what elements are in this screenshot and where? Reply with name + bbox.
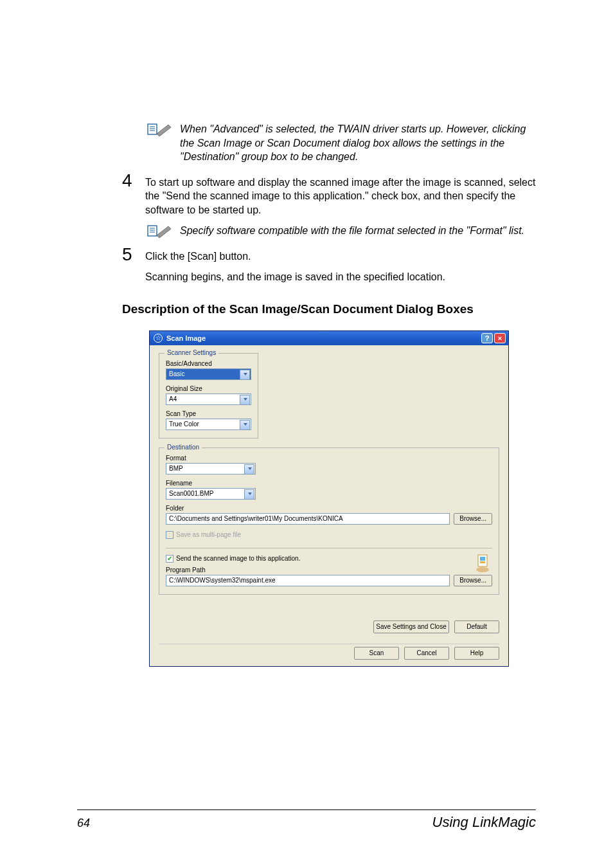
- note-text-2: Specify software compatible with the fil…: [180, 224, 536, 238]
- scan-type-combo[interactable]: True Color: [166, 419, 251, 430]
- multipage-label: Save as multi-page file: [176, 531, 241, 538]
- mspaint-icon: [474, 554, 491, 574]
- step-text-4: To start up software and display the sca…: [145, 172, 536, 217]
- format-combo[interactable]: BMP: [166, 463, 256, 475]
- filename-combo[interactable]: Scan0001.BMP: [166, 488, 256, 500]
- close-button-titlebar[interactable]: ×: [494, 333, 506, 343]
- program-path-input[interactable]: C:\WINDOWS\system32\mspaint.exe: [166, 575, 450, 586]
- svg-point-11: [476, 567, 489, 572]
- scanner-settings-group: Scanner Settings Basic/Advanced Basic Or…: [159, 353, 258, 439]
- cancel-button[interactable]: Cancel: [404, 647, 449, 660]
- dialog-title: Scan Image: [166, 334, 480, 342]
- scan-button[interactable]: Scan: [354, 647, 399, 660]
- folder-label: Folder: [166, 505, 492, 512]
- help-button-titlebar[interactable]: ?: [481, 333, 493, 343]
- filename-label: Filename: [166, 480, 492, 487]
- original-size-combo[interactable]: A4: [166, 393, 251, 405]
- page-number: 64: [77, 817, 90, 830]
- format-label: Format: [166, 455, 492, 462]
- note-icon: [147, 122, 172, 136]
- svg-rect-9: [480, 557, 485, 561]
- scan-image-dialog: ☆ Scan Image ? × Scanner Settings Basic/…: [149, 330, 509, 667]
- svg-rect-10: [480, 561, 485, 563]
- browse-program-button[interactable]: Browse...: [454, 575, 492, 586]
- destination-legend: Destination: [164, 444, 202, 451]
- send-to-app-checkbox[interactable]: ✔: [166, 555, 173, 563]
- step-5-subtext: Scanning begins, and the image is saved …: [145, 270, 536, 284]
- step-number-5: 5: [122, 246, 141, 264]
- help-button[interactable]: Help: [454, 647, 499, 660]
- destination-group: Destination Format BMP Filename Scan0001…: [159, 448, 499, 595]
- send-to-app-label: Send the scanned image to this applicati…: [176, 555, 300, 562]
- folder-input[interactable]: C:\Documents and Settings\writer01\My Do…: [166, 513, 450, 525]
- save-settings-close-button[interactable]: Save Settings and Close: [373, 620, 449, 633]
- note-icon: [147, 224, 172, 238]
- note-text-1: When "Advanced" is selected, the TWAIN d…: [180, 122, 536, 164]
- browse-folder-button[interactable]: Browse...: [454, 513, 492, 525]
- scan-type-label: Scan Type: [166, 410, 251, 417]
- svg-rect-0: [148, 124, 157, 134]
- section-heading: Description of the Scan Image/Scan Docum…: [122, 302, 536, 318]
- default-button[interactable]: Default: [454, 620, 499, 633]
- multipage-checkbox: [166, 531, 173, 539]
- app-icon: ☆: [154, 334, 163, 343]
- original-size-label: Original Size: [166, 385, 251, 392]
- chapter-title: Using LinkMagic: [432, 814, 536, 831]
- basic-advanced-combo[interactable]: Basic: [166, 368, 251, 380]
- step-number-4: 4: [122, 172, 141, 190]
- scanner-settings-legend: Scanner Settings: [164, 349, 218, 356]
- basic-advanced-label: Basic/Advanced: [166, 360, 251, 367]
- program-path-label: Program Path: [166, 566, 492, 574]
- step-text-5: Click the [Scan] button.: [145, 246, 536, 264]
- svg-rect-4: [148, 226, 157, 236]
